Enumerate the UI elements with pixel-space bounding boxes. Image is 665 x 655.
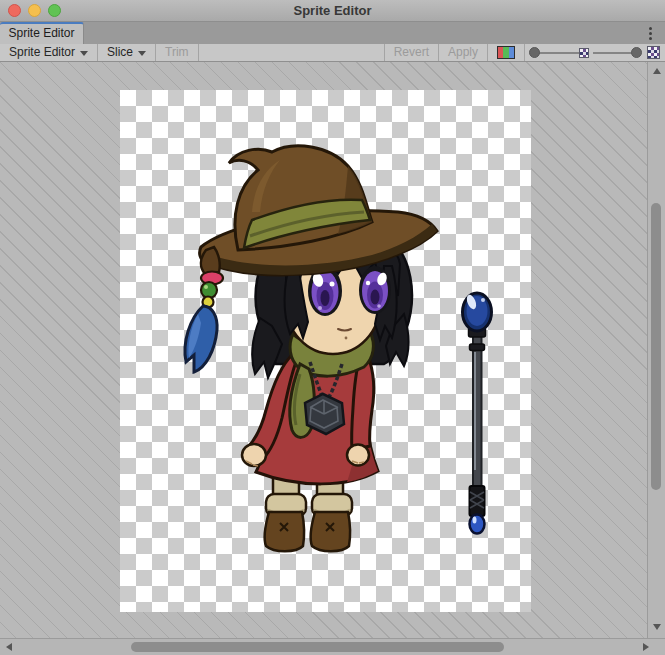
right-eye xyxy=(359,266,391,314)
zoom-and-mip-sliders xyxy=(525,44,665,61)
vertical-scrollbar-thumb[interactable] xyxy=(651,203,661,490)
chevron-down-icon xyxy=(138,51,146,56)
sprite-editor-canvas[interactable] xyxy=(0,62,647,638)
window-title: Sprite Editor xyxy=(0,0,665,22)
horizontal-scrollbar-thumb[interactable] xyxy=(131,642,504,652)
sprite-canvas-art xyxy=(0,62,647,638)
sprite-editor-mode-dropdown[interactable]: Sprite Editor xyxy=(0,44,98,61)
horizontal-scrollbar[interactable] xyxy=(0,638,665,655)
slice-dropdown[interactable]: Slice xyxy=(98,44,156,61)
zoom-slider-handle[interactable] xyxy=(529,47,540,58)
right-boot xyxy=(311,512,351,551)
scroll-right-arrow-icon[interactable] xyxy=(643,643,649,651)
hat-tail-tip xyxy=(201,247,220,274)
rgb-alpha-toggle-button[interactable] xyxy=(488,44,525,61)
scroll-left-arrow-icon[interactable] xyxy=(6,643,12,651)
sprite-staff[interactable] xyxy=(463,293,492,534)
window-titlebar: Sprite Editor xyxy=(0,0,665,22)
tab-sprite-editor[interactable]: Sprite Editor xyxy=(0,22,84,44)
rgb-channels-icon xyxy=(497,46,515,59)
staff-ring xyxy=(470,344,485,351)
scroll-up-arrow-icon[interactable] xyxy=(653,68,661,74)
staff-gem-glint xyxy=(473,517,477,524)
left-hand xyxy=(242,444,266,466)
mip-texture-small-icon xyxy=(579,48,589,58)
chin-mark xyxy=(345,337,348,340)
zoom-slider-track[interactable] xyxy=(535,52,579,54)
left-boot xyxy=(265,512,305,551)
sprite-editor-toolbar: Sprite Editor Slice Trim Revert Apply xyxy=(0,44,665,62)
sprite-character[interactable] xyxy=(185,146,437,551)
apply-button[interactable]: Apply xyxy=(438,44,488,61)
mip-slider-handle[interactable] xyxy=(631,47,642,58)
revert-button[interactable]: Revert xyxy=(384,44,438,61)
kebab-menu-icon[interactable] xyxy=(649,27,652,40)
scroll-down-arrow-icon[interactable] xyxy=(653,624,661,630)
trim-button[interactable]: Trim xyxy=(156,44,199,61)
staff-bottom-gem xyxy=(470,515,485,534)
chevron-down-icon xyxy=(80,51,88,56)
vertical-scrollbar[interactable] xyxy=(647,62,665,638)
toolbar-spacer xyxy=(199,44,384,61)
tab-label: Sprite Editor xyxy=(8,26,74,40)
staff-orb-glint-small xyxy=(481,298,485,302)
bead-glint xyxy=(204,285,208,289)
tab-bar: Sprite Editor xyxy=(0,22,665,44)
mip-texture-large-icon xyxy=(647,46,660,59)
